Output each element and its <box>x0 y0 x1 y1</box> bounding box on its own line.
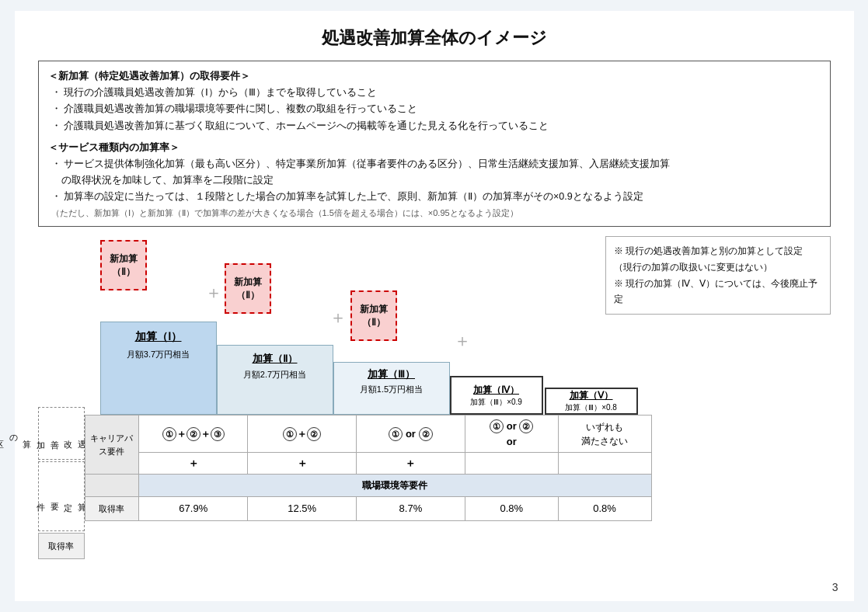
or-label-2: or <box>507 436 517 447</box>
stair-title-5: 加算（Ⅴ） <box>570 389 613 402</box>
stair-sub-5: 加算（Ⅲ）×0.8 <box>565 402 617 413</box>
plus-col3: ＋ <box>357 453 465 475</box>
circle-2b: ② <box>307 427 321 441</box>
rate-header: 取得率 <box>85 497 139 521</box>
req-item-6: ・ 加算率の設定に当たっては、１段階とした場合の加算率を試算した上で、原則、新加… <box>48 189 821 205</box>
note-line1: ※ 現行の処遇改善加算と別の加算として設定 <box>614 243 822 259</box>
stair-sub-2: 月額2.7万円相当 <box>243 369 306 381</box>
workplace-label: 職場環境等要件 <box>139 475 651 497</box>
staircase-container: 新加算（Ⅰ） 新加算（Ⅱ） ＋ 新加算（Ⅰ） 新加算（Ⅱ） <box>85 236 598 415</box>
plus-col1: ＋ <box>139 453 248 475</box>
plus-col5 <box>558 453 651 475</box>
left-labels: 現行の処遇改善加算の区分 算定要件 取得率 <box>38 236 85 559</box>
stair-box-3: 加算（Ⅲ） 月額1.5万円相当 <box>333 362 450 415</box>
or-label-1: or <box>507 420 517 432</box>
stair-title-2: 加算（Ⅱ） <box>253 352 298 366</box>
page-number: 3 <box>832 581 838 593</box>
career-col5: いずれも満たさない <box>558 416 651 453</box>
new-box-n6: 新加算（Ⅱ） <box>350 290 397 341</box>
note-line2: （現行の加算の取扱いに変更はない） <box>614 259 822 276</box>
req-item-1: ・ 現行の介護職員処遇改善加算（Ⅰ）から（Ⅲ）までを取得していること <box>48 85 821 101</box>
career-col2: ①＋② <box>248 416 357 453</box>
req-item-4: ・ サービス提供体制強化加算（最も高い区分）、特定事業所加算（従事者要件のある区… <box>48 156 821 172</box>
circle-2a: ② <box>186 427 200 441</box>
career-plus-row: ＋ ＋ ＋ <box>85 453 651 475</box>
label-santei: 算定要件 <box>38 461 85 531</box>
career-col3: ① or ② <box>357 416 465 453</box>
plus-col4 <box>465 453 558 475</box>
diagram-section: 現行の処遇改善加算の区分 算定要件 取得率 ※ 現行の処遇改善加算と別の加算とし… <box>38 236 831 559</box>
new-box-n2: 新加算（Ⅱ） <box>100 240 147 290</box>
label-gyomu: 現行の処遇改善加算の区分 <box>38 407 85 460</box>
req-item-2: ・ 介護職員処遇改善加算の職場環境等要件に関し、複数の取組を行っていること <box>48 101 821 117</box>
note-box: ※ 現行の処遇改善加算と別の加算として設定 （現行の加算の取扱いに変更はない） … <box>605 236 831 315</box>
table-container: キャリアパス要件 ①＋②＋③ ①＋② ① or ② ① or ②or <box>85 415 831 521</box>
stair-box-4: 加算（Ⅳ） 加算（Ⅲ）×0.9 <box>450 376 543 415</box>
workplace-row: 職場環境等要件 <box>85 475 651 497</box>
plus-3: ＋ <box>454 329 471 353</box>
stair-sub-4: 加算（Ⅲ）×0.9 <box>470 397 522 408</box>
career-col4: ① or ②or <box>465 416 558 453</box>
rate-col1: 67.9% <box>139 497 248 521</box>
plus-2: ＋ <box>329 306 347 329</box>
requirements-box: ＜新加算（特定処遇改善加算）の取得要件＞ ・ 現行の介護職員処遇改善加算（Ⅰ）か… <box>38 61 831 227</box>
circle-1c: ① <box>389 427 403 441</box>
stair-box-2: 加算（Ⅱ） 月額2.7万円相当 <box>217 345 333 415</box>
diagram-main: ※ 現行の処遇改善加算と別の加算として設定 （現行の加算の取扱いに変更はない） … <box>85 236 831 559</box>
section2-title: ＜サービス種類内の加算率＞ <box>48 139 821 156</box>
circle-2c: ② <box>419 427 433 441</box>
stair-title-1: 加算（Ⅰ） <box>135 330 182 344</box>
note-line3: ※ 現行の加算（Ⅳ、Ⅴ）については、今後廃止予定 <box>614 276 822 308</box>
main-page: 処遇改善加算全体のイメージ ＜新加算（特定処遇改善加算）の取得要件＞ ・ 現行の… <box>15 11 854 601</box>
calc-table: キャリアパス要件 ①＋②＋③ ①＋② ① or ② ① or ②or <box>85 415 652 521</box>
rate-col4: 0.8% <box>465 497 558 521</box>
section1-title: ＜新加算（特定処遇改善加算）の取得要件＞ <box>48 68 821 85</box>
rate-col3: 8.7% <box>357 497 465 521</box>
req-item-5: の取得状況を加味して、加算率を二段階に設定 <box>48 172 821 189</box>
circle-1: ① <box>162 427 176 441</box>
circle-3: ③ <box>211 427 225 441</box>
career-header-row: キャリアパス要件 ①＋②＋③ ①＋② ① or ② ① or ②or <box>85 416 651 453</box>
new-box-n4: 新加算（Ⅱ） <box>225 263 271 314</box>
label-shutoku: 取得率 <box>38 533 85 559</box>
workplace-header <box>85 475 139 497</box>
stair-box-5: 加算（Ⅴ） 加算（Ⅲ）×0.8 <box>545 388 638 415</box>
circle-1d: ① <box>490 419 504 433</box>
plus-1: ＋ <box>205 281 222 304</box>
circle-2d: ② <box>519 419 533 433</box>
page-title: 処遇改善加算全体のイメージ <box>38 26 831 50</box>
rate-col2: 12.5% <box>248 497 357 521</box>
career-header-cell: キャリアパス要件 <box>85 416 139 475</box>
plus-col2: ＋ <box>248 453 357 475</box>
stair-sub-1: 月額3.7万円相当 <box>127 349 190 360</box>
stair-title-3: 加算（Ⅲ） <box>368 367 415 381</box>
career-col1: ①＋②＋③ <box>139 416 248 453</box>
req-item-3: ・ 介護職員処遇改善加算に基づく取組について、ホームページへの掲載等を通じた見え… <box>48 118 821 134</box>
stair-title-4: 加算（Ⅳ） <box>473 384 519 397</box>
stair-sub-3: 月額1.5万円相当 <box>360 384 423 395</box>
circle-1b: ① <box>283 427 297 441</box>
stair-box-1: 加算（Ⅰ） 月額3.7万円相当 <box>100 322 217 415</box>
rate-col5: 0.8% <box>558 497 651 521</box>
rate-row: 取得率 67.9% 12.5% 8.7% 0.8% 0.8% <box>85 497 651 521</box>
req-item-7: （ただし、新加算（Ⅰ）と新加算（Ⅱ）で加算率の差が大きくなる場合（1.5倍を超え… <box>48 206 821 221</box>
